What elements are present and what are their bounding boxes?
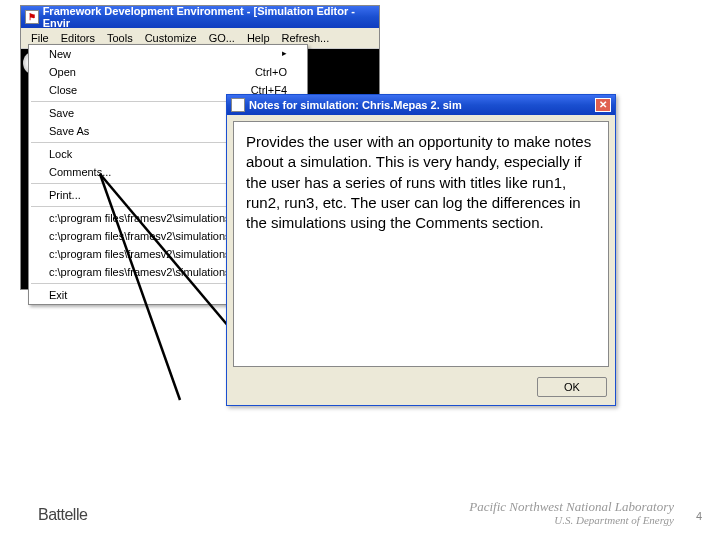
notes-titlebar: Notes for simulation: Chris.Mepas 2. sim… <box>227 95 615 115</box>
menu-item-label: Close <box>49 84 77 96</box>
menu-item-new[interactable]: New <box>29 45 307 63</box>
brand-line1: Pacific Northwest National Laboratory <box>469 500 674 514</box>
shortcut: Ctrl+O <box>255 66 287 78</box>
notes-footer: OK <box>227 373 615 405</box>
menu-item-label: Open <box>49 66 76 78</box>
menu-item-label: Lock <box>49 148 72 160</box>
menu-item-label: New <box>49 48 71 60</box>
brand-pnnl: Pacific Northwest National Laboratory U.… <box>469 500 674 526</box>
app-title: Framework Development Environment - [Sim… <box>43 5 375 29</box>
slide-number: 4 <box>696 510 702 522</box>
app-icon: ⚑ <box>25 10 39 24</box>
ok-button[interactable]: OK <box>537 377 607 397</box>
menu-item-label: Comments... <box>49 166 111 178</box>
notes-dialog: Notes for simulation: Chris.Mepas 2. sim… <box>226 94 616 406</box>
menu-item-label: Save As <box>49 125 89 137</box>
menu-item-label: Exit <box>49 289 67 301</box>
close-button[interactable]: ✕ <box>595 98 611 112</box>
menu-item-label: Save <box>49 107 74 119</box>
notes-title: Notes for simulation: Chris.Mepas 2. sim <box>249 99 462 111</box>
menu-item-label: Print... <box>49 189 81 201</box>
notes-textarea[interactable]: Provides the user with an opportunity to… <box>233 121 609 367</box>
brand-line2: U.S. Department of Energy <box>469 514 674 526</box>
brand-battelle: Battelle <box>38 506 87 524</box>
menu-item-open[interactable]: OpenCtrl+O <box>29 63 307 81</box>
app-titlebar: ⚑ Framework Development Environment - [S… <box>21 6 379 28</box>
notes-icon <box>231 98 245 112</box>
